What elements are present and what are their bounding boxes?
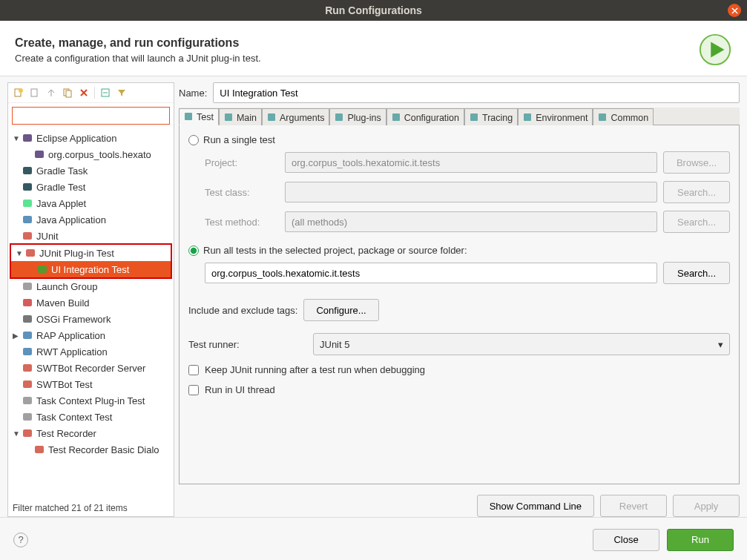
- svg-rect-23: [23, 381, 32, 388]
- tree-item[interactable]: Java Applet: [8, 195, 174, 211]
- test-runner-value: JUnit 5: [320, 339, 349, 350]
- footer: ? Close Run: [0, 517, 747, 560]
- config-type-icon: [22, 378, 33, 390]
- export-button[interactable]: [44, 85, 59, 100]
- new-config-icon: [13, 88, 24, 98]
- tree-arrow-icon: ▼: [13, 429, 22, 438]
- tree-item[interactable]: Gradle Test: [8, 179, 174, 195]
- tree-item-label: RAP Application: [36, 330, 105, 341]
- configure-tags-button[interactable]: Configure...: [303, 299, 378, 321]
- tree-item[interactable]: ▶RAP Application: [8, 327, 174, 343]
- all-tests-input[interactable]: [205, 263, 657, 283]
- config-type-icon: [22, 395, 33, 406]
- new-config-button[interactable]: [11, 85, 26, 100]
- tree-item-label: RWT Application: [36, 346, 108, 358]
- ui-thread-checkbox[interactable]: [188, 385, 199, 395]
- tree-item[interactable]: SWTBot Recorder Server: [8, 360, 174, 376]
- tree-item[interactable]: JUnit: [8, 228, 174, 244]
- tree-item[interactable]: ▼Eclipse Application: [8, 130, 174, 146]
- delete-button[interactable]: [76, 85, 91, 100]
- tree-item-label: Java Application: [36, 214, 106, 225]
- svg-rect-21: [23, 348, 32, 355]
- run-all-radio[interactable]: [188, 246, 199, 256]
- tab-test[interactable]: Test: [179, 108, 219, 125]
- detail-tabs: TestMainArgumentsPlug-insConfigurationTr…: [179, 108, 740, 125]
- name-label: Name:: [179, 88, 207, 99]
- tab-common[interactable]: Common: [593, 108, 654, 125]
- tree-item-label: UI Integration Test: [51, 264, 129, 275]
- svg-rect-24: [23, 397, 32, 404]
- config-type-icon: [22, 280, 33, 292]
- tree-item[interactable]: ▼JUnit Plug-in Test: [11, 245, 171, 261]
- tree-arrow-icon: ▶: [13, 332, 22, 340]
- tree-item[interactable]: Maven Build: [8, 294, 174, 311]
- tree-item[interactable]: Task Context Plug-in Test: [8, 392, 174, 409]
- config-type-icon: [22, 346, 33, 358]
- filter-status: Filter matched 21 of 21 items: [8, 500, 174, 516]
- show-command-line-button[interactable]: Show Command Line: [477, 495, 594, 517]
- tree-item[interactable]: ▼Test Recorder: [8, 425, 174, 441]
- tree-item[interactable]: SWTBot Test: [8, 376, 174, 392]
- tab-configuration[interactable]: Configuration: [386, 108, 464, 125]
- name-input[interactable]: [213, 82, 740, 103]
- svg-rect-4: [31, 89, 37, 96]
- run-button[interactable]: Run: [667, 529, 734, 551]
- new-prototype-button[interactable]: [27, 85, 42, 100]
- tab-arguments[interactable]: Arguments: [262, 108, 329, 125]
- collapse-all-button[interactable]: [98, 85, 113, 100]
- search-all-button[interactable]: Search...: [663, 262, 730, 284]
- tree-item[interactable]: UI Integration Test: [11, 261, 171, 277]
- tree-item[interactable]: Java Application: [8, 211, 174, 228]
- config-tree[interactable]: ▼Eclipse Applicationorg.corpus_tools.hex…: [8, 128, 174, 500]
- filter-button[interactable]: [114, 85, 129, 100]
- test-class-label: Test class:: [205, 187, 279, 198]
- tree-item[interactable]: org.corpus_tools.hexato: [8, 146, 174, 162]
- run-single-radio[interactable]: [188, 135, 199, 145]
- filter-input[interactable]: [12, 107, 170, 125]
- config-icon: [33, 148, 45, 160]
- configurations-panel: ▼Eclipse Applicationorg.corpus_tools.hex…: [7, 82, 174, 517]
- tree-item[interactable]: Test Recorder Basic Dialo: [8, 441, 174, 458]
- config-type-icon: [22, 329, 33, 341]
- svg-rect-8: [23, 134, 32, 142]
- svg-rect-12: [23, 200, 32, 207]
- tree-item-label: Java Applet: [36, 198, 86, 209]
- tab-icon: [224, 113, 234, 123]
- close-button[interactable]: Close: [593, 529, 659, 551]
- tree-item[interactable]: Task Context Test: [8, 409, 174, 425]
- svg-rect-20: [23, 332, 32, 339]
- svg-rect-32: [392, 113, 400, 121]
- collapse-icon: [100, 88, 111, 98]
- svg-rect-18: [23, 299, 32, 306]
- svg-rect-25: [23, 413, 32, 421]
- header-subtitle: Create a configuration that will launch …: [15, 53, 261, 64]
- tab-tracing[interactable]: Tracing: [464, 108, 518, 125]
- tree-item[interactable]: Launch Group: [8, 278, 174, 294]
- tree-item-label: Gradle Test: [36, 182, 85, 193]
- tree-item[interactable]: Gradle Task: [8, 162, 174, 179]
- titlebar: Run Configurations: [0, 0, 747, 21]
- tree-item[interactable]: RWT Application: [8, 343, 174, 360]
- tab-main[interactable]: Main: [219, 108, 262, 125]
- svg-rect-34: [524, 113, 531, 121]
- search-class-button: Search...: [663, 181, 730, 203]
- test-tab-body: Run a single test Project: Browse... Tes…: [179, 125, 740, 484]
- config-icon: [33, 444, 45, 455]
- svg-rect-22: [23, 364, 32, 372]
- config-type-icon: [22, 362, 33, 374]
- tab-icon: [470, 113, 480, 123]
- tab-plug-ins[interactable]: Plug-ins: [329, 108, 386, 125]
- window-close-button[interactable]: [728, 4, 741, 17]
- duplicate-button[interactable]: [60, 85, 75, 100]
- ui-thread-label: Run in UI thread: [205, 384, 275, 395]
- tab-environment[interactable]: Environment: [518, 108, 593, 125]
- keep-running-checkbox[interactable]: [188, 365, 199, 375]
- svg-rect-14: [23, 232, 32, 240]
- help-button[interactable]: ?: [13, 533, 28, 547]
- keep-running-label: Keep JUnit running after a test run when…: [205, 364, 425, 375]
- tab-icon: [184, 112, 194, 122]
- tab-icon: [523, 113, 533, 123]
- test-runner-select[interactable]: JUnit 5 ▾: [313, 333, 730, 355]
- svg-rect-6: [66, 90, 71, 97]
- tree-item[interactable]: OSGi Framework: [8, 311, 174, 327]
